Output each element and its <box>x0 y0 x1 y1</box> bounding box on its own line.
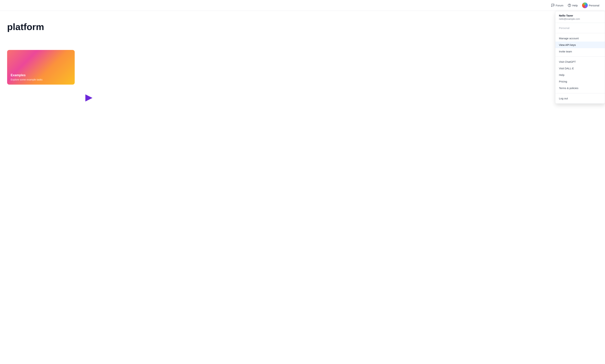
user-dropdown: Nello Taver nello@example.com Personal M… <box>555 11 605 104</box>
forum-icon <box>551 3 555 7</box>
svg-point-0 <box>552 5 553 5</box>
card-title: Examples <box>11 73 71 77</box>
dropdown-account-section: Manage account View API keys Invite team <box>555 33 605 57</box>
dropdown-user-email: nello@example.com <box>559 18 601 20</box>
dropdown-section-label: Personal <box>555 23 605 33</box>
svg-marker-6 <box>85 94 93 102</box>
svg-point-1 <box>553 5 553 5</box>
page-title: platform <box>7 22 598 32</box>
help-icon <box>568 3 571 7</box>
avatar[interactable] <box>582 2 588 8</box>
help-item[interactable]: Help <box>555 72 605 78</box>
personal-nav-item[interactable]: Personal <box>582 2 599 8</box>
content-area: Examples Explore some example tasks <box>7 43 598 85</box>
visit-chatgpt-item[interactable]: Visit ChatGPT <box>555 58 605 65</box>
invite-team-item[interactable]: Invite team <box>555 48 605 55</box>
logout-item[interactable]: Log out <box>555 95 605 102</box>
manage-account-item[interactable]: Manage account <box>555 35 605 42</box>
terms-policies-item[interactable]: Terms & policies <box>555 85 605 91</box>
forum-label: Forum <box>556 4 563 7</box>
arrow-pointer <box>46 93 93 104</box>
dropdown-logout-section: Log out <box>555 93 605 104</box>
dropdown-links-section: Visit ChatGPT Visit DALL·E Help Pricing … <box>555 57 605 93</box>
personal-label: Personal <box>589 4 599 7</box>
examples-card[interactable]: Examples Explore some example tasks <box>7 50 75 85</box>
forum-nav-item[interactable]: Forum <box>551 3 563 7</box>
dropdown-header: Nello Taver nello@example.com <box>555 11 605 23</box>
help-label: Help <box>572 4 578 7</box>
nav-bar: Forum Help Personal <box>551 2 599 8</box>
left-section: Examples Explore some example tasks <box>7 43 598 85</box>
header: Forum Help Personal Nello Taver nello@ex… <box>0 0 605 11</box>
help-nav-item[interactable]: Help <box>568 3 578 7</box>
dropdown-workspace-label: Personal <box>555 25 605 31</box>
dropdown-user-name: Nello Taver <box>559 14 601 17</box>
card-subtitle: Explore some example tasks <box>11 78 71 81</box>
view-api-keys-item[interactable]: View API keys <box>555 42 605 48</box>
visit-dalle-item[interactable]: Visit DALL·E <box>555 65 605 72</box>
pricing-item[interactable]: Pricing <box>555 78 605 85</box>
avatar-image <box>582 2 588 8</box>
main-content: platform Examples Ex <box>0 11 605 92</box>
